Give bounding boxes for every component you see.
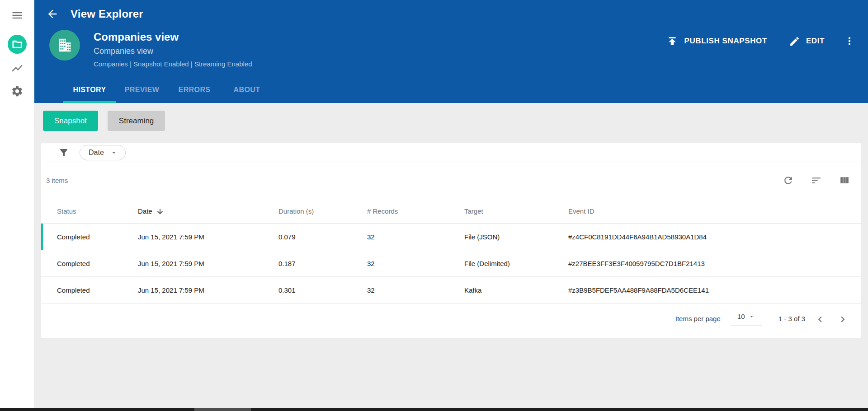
col-target[interactable]: Target xyxy=(464,207,568,215)
history-content: Snapshot Streaming Date 3 items xyxy=(34,103,868,411)
view-header: View Explorer xyxy=(34,0,868,103)
cell-duration: 0.187 xyxy=(278,260,367,267)
tab-bar: HISTORY PREVIEW ERRORS ABOUT xyxy=(63,83,868,103)
columns-icon[interactable] xyxy=(839,175,850,186)
back-arrow-icon[interactable] xyxy=(46,8,59,20)
items-count: 3 items xyxy=(46,177,68,184)
view-subtitle: Companies view xyxy=(94,47,252,56)
main-column: View Explorer xyxy=(34,0,868,411)
page-title: View Explorer xyxy=(71,8,143,20)
tab-underline-spacer xyxy=(116,101,168,103)
cell-records: 32 xyxy=(367,233,464,241)
previous-page-chevron-icon[interactable] xyxy=(814,313,826,325)
tab-underline-spacer xyxy=(221,101,273,103)
streaming-toggle-button[interactable]: Streaming xyxy=(108,111,165,131)
tab-history-label: HISTORY xyxy=(63,83,116,101)
col-records[interactable]: # Records xyxy=(367,207,464,215)
mode-toggle-group: Snapshot Streaming xyxy=(43,111,861,131)
tab-preview-label: PREVIEW xyxy=(116,83,168,101)
publish-snapshot-label: PUBLISH SNAPSHOT xyxy=(684,37,767,46)
view-title: Companies view xyxy=(94,31,252,43)
next-page-chevron-icon[interactable] xyxy=(837,313,849,325)
tab-errors-label: ERRORS xyxy=(168,83,221,101)
cell-date: Jun 15, 2021 7:59 PM xyxy=(138,286,278,294)
menu-icon[interactable] xyxy=(10,10,24,21)
cell-records: 32 xyxy=(367,260,464,267)
cell-target: Kafka xyxy=(464,286,568,294)
cell-target: File (Delimited) xyxy=(464,260,568,267)
left-nav-rail xyxy=(0,0,34,411)
list-toolbar: 3 items xyxy=(41,162,861,199)
cell-date: Jun 15, 2021 7:59 PM xyxy=(138,233,278,241)
sort-icon[interactable] xyxy=(811,175,822,186)
cell-status: Completed xyxy=(57,286,138,294)
date-filter-label: Date xyxy=(89,149,104,157)
pagination: Items per page 10 1 - 3 of 3 xyxy=(41,304,861,338)
filter-funnel-icon[interactable] xyxy=(58,147,69,158)
table-header-row: Status Date Duration (s) # Records Targe… xyxy=(41,199,861,224)
tab-about[interactable]: ABOUT xyxy=(221,83,273,103)
tab-errors[interactable]: ERRORS xyxy=(168,83,221,103)
page-range: 1 - 3 of 3 xyxy=(778,315,805,322)
table-row[interactable]: Completed Jun 15, 2021 7:59 PM 0.301 32 … xyxy=(41,277,861,304)
horizontal-scrollbar[interactable] xyxy=(0,408,868,411)
edit-label: EDIT xyxy=(806,37,825,46)
settings-gear-icon[interactable] xyxy=(10,85,24,97)
cell-date: Jun 15, 2021 7:59 PM xyxy=(138,260,278,267)
active-tab-underline xyxy=(63,101,116,103)
cell-event-id: #z4CF0C8191DD44F6A94B1AD58930A1D84 xyxy=(568,233,861,241)
chevron-down-icon xyxy=(110,149,118,157)
col-status[interactable]: Status xyxy=(57,207,138,215)
cell-event-id: #z27BEE3FF3E3F40059795DC7D1BF21413 xyxy=(568,260,861,267)
col-event-id[interactable]: Event ID xyxy=(568,207,861,215)
more-options-kebab-icon[interactable] xyxy=(844,35,855,47)
view-titles: Companies view Companies view Companies … xyxy=(94,31,252,68)
col-date-sorted[interactable]: Date xyxy=(138,207,278,215)
cell-event-id: #z3B9B5FDEF5AA488F9A88FDA5D6CEE141 xyxy=(568,286,861,294)
scrollbar-thumb[interactable] xyxy=(194,408,251,411)
cell-target: File (JSON) xyxy=(464,233,568,241)
pencil-icon xyxy=(789,36,800,47)
filter-row: Date xyxy=(41,143,861,162)
col-date-label: Date xyxy=(138,207,152,215)
cell-records: 32 xyxy=(367,286,464,294)
upload-icon xyxy=(666,35,678,47)
cell-duration: 0.079 xyxy=(278,233,367,241)
header-actions: PUBLISH SNAPSHOT EDIT xyxy=(666,35,868,47)
items-per-page-select[interactable]: 10 xyxy=(731,313,762,326)
items-per-page-value: 10 xyxy=(737,313,745,320)
metrics-trend-icon[interactable] xyxy=(10,63,24,74)
app-root: View Explorer xyxy=(0,0,868,411)
refresh-icon[interactable] xyxy=(783,175,794,186)
publish-snapshot-button[interactable]: PUBLISH SNAPSHOT xyxy=(666,35,767,47)
page-nav xyxy=(814,313,849,325)
sort-descending-arrow-icon xyxy=(156,207,164,215)
snapshot-toggle-button[interactable]: Snapshot xyxy=(43,111,98,131)
toolbar-icons xyxy=(783,175,850,186)
table-row[interactable]: Completed Jun 15, 2021 7:59 PM 0.187 32 … xyxy=(41,250,861,277)
date-filter-chip[interactable]: Date xyxy=(80,145,126,160)
topbar: View Explorer xyxy=(34,0,868,28)
view-meta: Companies | Snapshot Enabled | Streaming… xyxy=(94,60,252,68)
tab-preview[interactable]: PREVIEW xyxy=(116,83,168,103)
history-card: Date 3 items xyxy=(41,143,861,338)
view-avatar-building-icon xyxy=(49,30,80,61)
tab-underline-spacer xyxy=(168,101,221,103)
tab-history[interactable]: HISTORY xyxy=(63,83,116,103)
col-duration[interactable]: Duration (s) xyxy=(278,207,367,215)
views-folder-badge-icon[interactable] xyxy=(8,35,27,54)
tab-about-label: ABOUT xyxy=(221,83,273,101)
cell-status: Completed xyxy=(57,233,138,241)
edit-button[interactable]: EDIT xyxy=(789,36,825,47)
items-per-page-label: Items per page xyxy=(675,315,721,322)
cell-status: Completed xyxy=(57,260,138,267)
table-row[interactable]: Completed Jun 15, 2021 7:59 PM 0.079 32 … xyxy=(41,224,861,250)
cell-duration: 0.301 xyxy=(278,286,367,294)
view-info-row: Companies view Companies view Companies … xyxy=(34,30,868,68)
runs-table: Status Date Duration (s) # Records Targe… xyxy=(41,199,861,304)
chevron-down-icon xyxy=(748,313,755,320)
